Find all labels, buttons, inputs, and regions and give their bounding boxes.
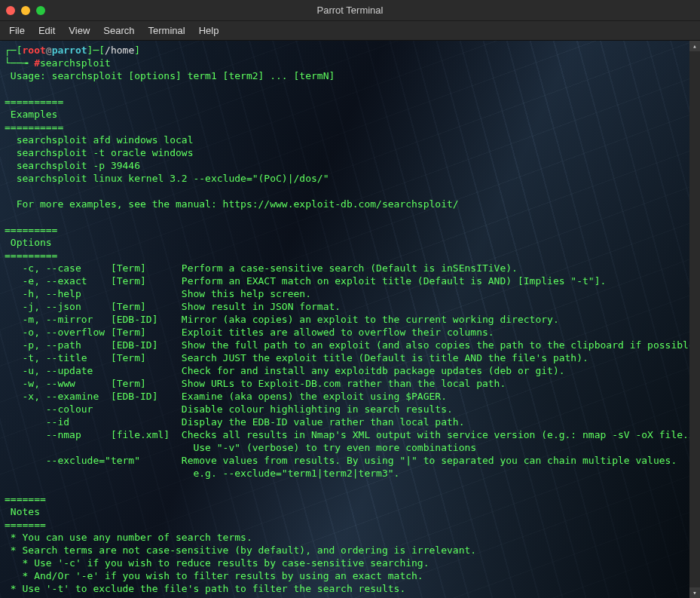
prompt-user: root	[22, 44, 45, 56]
output-ex1: searchsploit afd windows local	[5, 134, 193, 146]
output-opt-j: -j, --json [Term] Show result in JSON fo…	[5, 301, 341, 312]
titlebar: Parrot Terminal	[0, 0, 700, 21]
prompt-arrow: └──╼	[5, 57, 34, 69]
output-note5: * Use '-t' to exclude the file's path to…	[5, 583, 405, 594]
output-sep1: ==========	[5, 96, 63, 107]
output-opt-excl2: e.g. --exclude="term1|term2|term3".	[5, 468, 399, 479]
output-sep3: =========	[5, 224, 57, 235]
output-ex2: searchsploit -t oracle windows	[5, 147, 193, 158]
terminal-content: ┌─[root@parrot]─[/home] └──╼ #searchsplo…	[0, 41, 700, 598]
prompt-path: /home	[105, 44, 134, 56]
output-opt-x: -x, --examine [EDB-ID] Examine (aka open…	[5, 391, 447, 402]
menu-file[interactable]: File	[3, 23, 31, 38]
minimize-icon[interactable]	[21, 6, 30, 15]
output-opt-p: -p, --path [EDB-ID] Show the full path t…	[5, 339, 700, 351]
prompt-at: @	[46, 44, 52, 56]
output-sep2: ==========	[5, 121, 63, 133]
prompt-path-open: [	[99, 44, 105, 56]
output-sep6: =======	[5, 519, 46, 530]
output-opt-id: --id Display the EDB-ID value rather tha…	[5, 416, 464, 428]
window-controls	[0, 6, 45, 15]
window-title: Parrot Terminal	[317, 5, 384, 16]
scrollbar[interactable]: ▴ ▾	[689, 41, 700, 598]
maximize-icon[interactable]	[36, 6, 45, 15]
output-options-hdr: Options	[5, 237, 57, 248]
output-opt-nmap: --nmap [file.xml] Checks all results in …	[5, 429, 700, 440]
output-note1: * You can use any number of search terms…	[5, 532, 252, 543]
menu-view[interactable]: View	[63, 23, 96, 38]
output-note2: * Search terms are not case-sensitive (b…	[5, 544, 476, 556]
prompt-dash: ┌─	[5, 44, 17, 56]
output-ex4: searchsploit linux kernel 3.2 --exclude=…	[5, 173, 329, 184]
output-examples-hdr: Examples	[5, 109, 63, 120]
prompt-path-close: ]	[134, 44, 140, 56]
output-note4: * And/Or '-e' if you wish to filter resu…	[5, 570, 423, 581]
menu-help[interactable]: Help	[193, 23, 225, 38]
output-opt-colour: --colour Disable colour highlighting in …	[5, 403, 453, 415]
command-input: searchsploit	[40, 57, 111, 69]
scroll-down-icon[interactable]: ▾	[689, 587, 700, 598]
output-opt-e: -e, --exact [Term] Perform an EXACT matc…	[5, 275, 606, 287]
prompt-host: parrot	[52, 44, 87, 56]
output-opt-o: -o, --overflow [Term] Exploit titles are…	[5, 327, 494, 338]
menu-edit[interactable]: Edit	[32, 23, 61, 38]
menubar: File Edit View Search Terminal Help	[0, 21, 700, 41]
output-opt-c: -c, --case [Term] Perform a case-sensiti…	[5, 262, 518, 274]
output-opt-u: -u, --update Check for and install any e…	[5, 365, 565, 376]
output-note3: * Use '-c' if you wish to reduce results…	[5, 557, 429, 569]
output-sep4: =========	[5, 250, 57, 261]
close-icon[interactable]	[6, 6, 15, 15]
menu-terminal[interactable]: Terminal	[142, 23, 191, 38]
output-opt-excl: --exclude="term" Remove values from resu…	[5, 455, 677, 466]
output-sep5: =======	[5, 493, 46, 504]
output-opt-h: -h, --help Show this help screen.	[5, 288, 311, 299]
output-opt-m: -m, --mirror [EDB-ID] Mirror (aka copies…	[5, 314, 559, 325]
output-opt-t: -t, --title [Term] Search JUST the explo…	[5, 352, 588, 363]
output-usage: Usage: searchsploit [options] term1 [ter…	[5, 70, 335, 81]
output-opt-nmap2: Use "-v" (verbose) to try even more comb…	[5, 442, 476, 453]
menu-search[interactable]: Search	[97, 23, 140, 38]
terminal-area[interactable]: ┌─[root@parrot]─[/home] └──╼ #searchsplo…	[0, 41, 700, 598]
output-notes-hdr: Notes	[5, 506, 46, 517]
output-opt-w: -w, --www [Term] Show URLs to Exploit-DB…	[5, 378, 506, 389]
prompt-hash: #	[34, 57, 40, 69]
output-ex3: searchsploit -p 39446	[5, 160, 140, 171]
output-ex-more: For more examples, see the manual: https…	[5, 198, 459, 210]
scroll-up-icon[interactable]: ▴	[689, 41, 700, 51]
